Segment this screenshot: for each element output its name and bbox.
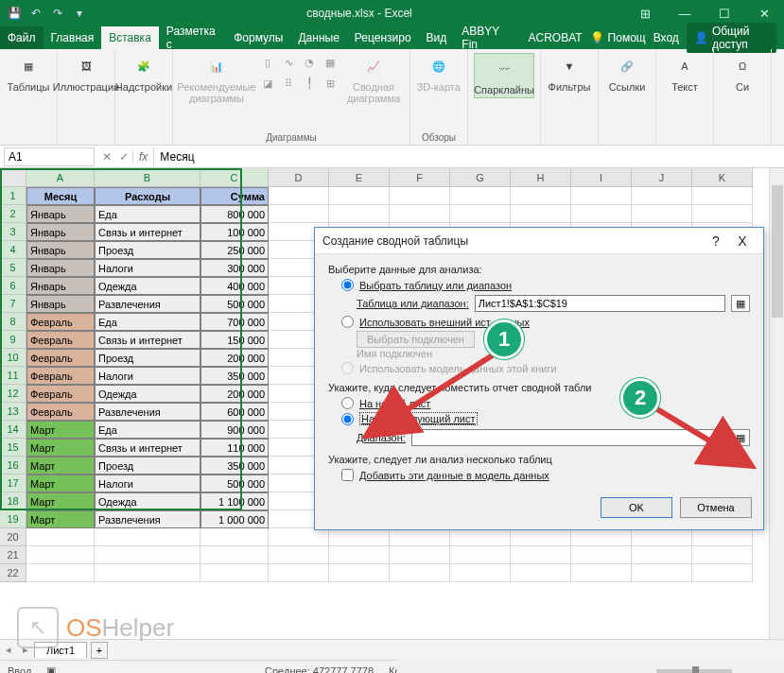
area-chart-icon[interactable]: ◪ <box>258 74 277 93</box>
cell[interactable]: Январь <box>26 295 95 313</box>
row-header-17[interactable]: 17 <box>0 475 26 492</box>
cell[interactable] <box>269 205 329 223</box>
tab-abbyy[interactable]: ABBYY Fin <box>454 26 520 49</box>
cell[interactable] <box>571 187 632 205</box>
cell[interactable] <box>329 564 390 582</box>
cancel-button[interactable]: Отмена <box>680 497 752 518</box>
cell[interactable]: 350 000 <box>200 457 269 475</box>
cell[interactable]: Январь <box>26 259 95 277</box>
cell[interactable]: Налоги <box>95 367 200 385</box>
cell[interactable]: Развлечения <box>95 403 200 421</box>
range2-picker-icon[interactable]: ▦ <box>731 429 750 446</box>
cell[interactable] <box>571 564 632 582</box>
row-header-9[interactable]: 9 <box>0 331 26 349</box>
cell[interactable]: 500 000 <box>200 295 269 313</box>
row-header-5[interactable]: 5 <box>0 259 26 277</box>
tab-view[interactable]: Вид <box>419 26 455 49</box>
dialog-close-icon[interactable]: X <box>729 233 756 249</box>
row-header-11[interactable]: 11 <box>0 367 26 385</box>
zoom-slider[interactable] <box>656 669 732 673</box>
cell[interactable]: 1 100 000 <box>200 492 269 510</box>
cell[interactable] <box>632 546 692 564</box>
cell[interactable] <box>269 528 329 546</box>
cell[interactable]: Проезд <box>95 241 200 259</box>
tab-home[interactable]: Главная <box>44 26 102 49</box>
cell[interactable]: Март <box>26 421 95 439</box>
cell[interactable] <box>511 187 571 205</box>
symbols-button[interactable]: ΩСи <box>720 53 765 93</box>
cell[interactable]: Март <box>26 475 95 492</box>
text-button[interactable]: AТекст <box>662 53 707 93</box>
row-header-20[interactable]: 20 <box>0 528 26 546</box>
cell[interactable]: Развлечения <box>95 295 200 313</box>
pivot-chart-button[interactable]: 📈Сводная диаграмма <box>343 53 404 104</box>
radio-existing-sheet[interactable]: На существующий лист <box>341 412 750 425</box>
cell[interactable] <box>95 546 200 564</box>
cell[interactable] <box>390 528 450 546</box>
cell[interactable] <box>200 546 269 564</box>
row-header-7[interactable]: 7 <box>0 295 26 313</box>
row-header-22[interactable]: 22 <box>0 564 26 582</box>
row-header-21[interactable]: 21 <box>0 546 26 564</box>
cell[interactable] <box>450 187 511 205</box>
cell[interactable]: Март <box>26 510 95 528</box>
cell[interactable]: Январь <box>26 241 95 259</box>
cell[interactable]: Март <box>26 439 95 457</box>
cell[interactable]: 200 000 <box>200 385 269 403</box>
cell[interactable] <box>632 564 692 582</box>
cell[interactable] <box>571 546 632 564</box>
ok-button[interactable]: OK <box>601 497 672 518</box>
cell[interactable]: Февраль <box>26 331 95 349</box>
tab-data[interactable]: Данные <box>290 26 346 49</box>
cell[interactable] <box>511 546 571 564</box>
line-chart-icon[interactable]: ∿ <box>279 53 298 72</box>
cell[interactable] <box>632 528 692 546</box>
treemap-icon[interactable]: ▦ <box>321 53 340 72</box>
cell[interactable] <box>390 546 450 564</box>
illustrations-button[interactable]: 🖼Иллюстрации <box>63 53 109 93</box>
radio-external[interactable]: Использовать внешний ист данных <box>341 316 750 328</box>
tab-layout[interactable]: Разметка с <box>159 26 226 49</box>
row-header-13[interactable]: 13 <box>0 403 26 421</box>
check-add-model[interactable]: Добавить эти данные в модель данных <box>341 469 750 481</box>
cell[interactable]: Январь <box>26 277 95 295</box>
pie-chart-icon[interactable]: ◔ <box>300 53 319 72</box>
cell[interactable]: Связь и интернет <box>95 331 200 349</box>
fx-icon[interactable]: fx <box>132 150 153 164</box>
cell[interactable] <box>692 528 753 546</box>
tab-insert[interactable]: Вставка <box>101 26 159 49</box>
cell[interactable]: 1 000 000 <box>200 510 269 528</box>
sheet-nav-prev-icon[interactable]: ◂ <box>0 644 17 656</box>
col-header-F[interactable]: F <box>390 168 450 187</box>
row-header-18[interactable]: 18 <box>0 492 26 510</box>
filters-button[interactable]: ▼Фильтры <box>547 53 592 93</box>
cell[interactable]: Связь и интернет <box>95 439 200 457</box>
tab-file[interactable]: Файл <box>0 26 44 49</box>
cell[interactable] <box>450 528 511 546</box>
col-header-E[interactable]: E <box>329 168 390 187</box>
cell[interactable]: Проезд <box>95 349 200 367</box>
3d-map-button[interactable]: 🌐3D-карта <box>416 53 462 93</box>
cell[interactable] <box>571 205 632 223</box>
cell[interactable]: Одежда <box>95 277 200 295</box>
cell[interactable]: Проезд <box>95 457 200 475</box>
row-header-1[interactable]: 1 <box>0 187 26 205</box>
cell[interactable] <box>450 205 511 223</box>
range2-input[interactable] <box>411 429 725 446</box>
col-header-A[interactable]: A <box>26 168 95 187</box>
dialog-help-icon[interactable]: ? <box>703 233 729 249</box>
cell[interactable] <box>26 546 95 564</box>
cell[interactable]: Февраль <box>26 349 95 367</box>
tables-button[interactable]: ▦Таблицы <box>6 53 51 93</box>
cell[interactable] <box>329 205 390 223</box>
col-header-C[interactable]: C <box>200 168 269 187</box>
links-button[interactable]: 🔗Ссылки <box>604 53 650 93</box>
cell[interactable] <box>632 187 692 205</box>
cell[interactable]: Февраль <box>26 367 95 385</box>
cell[interactable]: Еда <box>95 421 200 439</box>
cell[interactable] <box>269 564 329 582</box>
cell[interactable]: 800 000 <box>200 205 269 223</box>
tab-review[interactable]: Рецензиро <box>347 26 419 49</box>
cell[interactable] <box>692 187 753 205</box>
cell[interactable]: Месяц <box>26 187 95 205</box>
